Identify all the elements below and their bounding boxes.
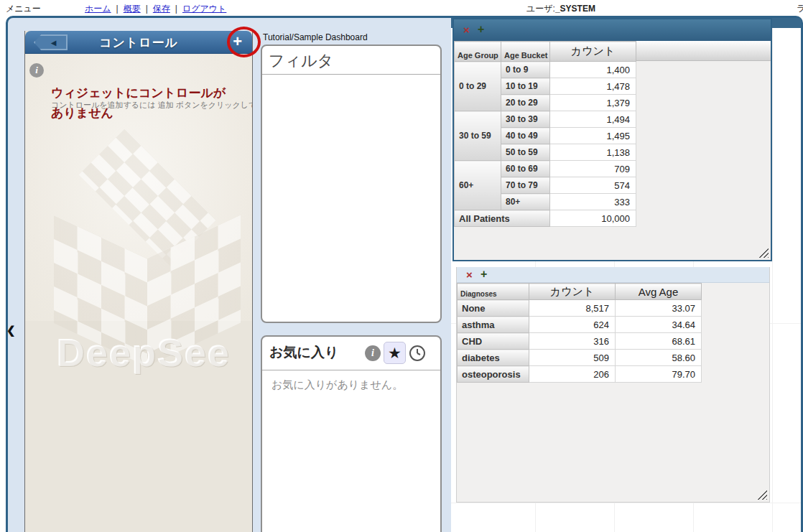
column-header[interactable]: Avg Age — [616, 284, 702, 300]
row-group-header[interactable]: 0 to 29 — [455, 62, 501, 111]
column-header[interactable]: Age Group — [455, 42, 501, 62]
column-header[interactable]: カウント — [550, 42, 636, 62]
table-cell[interactable]: 333 — [550, 194, 636, 210]
row-header[interactable]: asthma — [458, 317, 529, 333]
column-header[interactable]: Diagnoses — [458, 284, 529, 300]
annotation-red-circle — [227, 27, 261, 57]
no-controls-line1: ウィジェットにコントロールが — [51, 86, 253, 100]
table-cell[interactable]: 68.61 — [616, 333, 702, 350]
resize-handle[interactable] — [756, 489, 767, 500]
nav-save-link[interactable]: 保存 — [153, 4, 170, 14]
row-header[interactable]: diabetes — [458, 350, 529, 366]
clock-icon[interactable] — [409, 345, 426, 362]
favorites-panel-title: お気に入り — [269, 343, 338, 362]
row-header[interactable]: 40 to 49 — [501, 128, 550, 144]
table-cell[interactable]: 58.60 — [616, 350, 702, 366]
collapse-chevron-icon[interactable]: ❮ — [6, 324, 16, 337]
table-header-filler — [636, 41, 771, 61]
widget-diagnoses-titlebar[interactable]: × + — [457, 267, 769, 283]
top-nav: ホーム|概要|保存|ログアウト — [85, 3, 226, 15]
filter-panel-title: フィルタ — [269, 50, 333, 72]
diagnoses-pivot-table: Diagnoses カウント Avg Age None 8,517 33.07 … — [457, 283, 702, 383]
row-header[interactable]: 60 to 69 — [501, 161, 550, 177]
table-cell[interactable]: 8,517 — [529, 300, 616, 317]
table-cell[interactable]: 1,495 — [550, 128, 636, 144]
top-menu-bar: メニュー ホーム|概要|保存|ログアウト ユーザ:_SYSTEM ラ — [0, 0, 803, 16]
favorites-empty-text: お気に入りがありません。 — [271, 378, 403, 392]
nav-logout-link[interactable]: ログアウト — [182, 4, 226, 14]
deepsee-watermark: DeepSee — [57, 330, 231, 375]
table-cell[interactable]: 574 — [550, 177, 636, 194]
row-header[interactable]: 30 to 39 — [501, 111, 550, 128]
row-header[interactable]: 20 to 29 — [501, 95, 550, 111]
close-icon[interactable]: × — [466, 269, 473, 279]
clipped-right-text: ラ — [797, 3, 803, 15]
favorites-panel: お気に入り i ★ お気に入りがありません。 — [261, 335, 442, 532]
table-cell[interactable]: 1,138 — [550, 144, 636, 161]
close-icon[interactable]: × — [463, 24, 470, 35]
row-header[interactable]: 50 to 59 — [501, 144, 550, 161]
row-header[interactable]: 70 to 79 — [501, 177, 550, 194]
total-row-header[interactable]: All Patients — [455, 210, 550, 227]
filter-panel: フィルタ — [261, 45, 442, 323]
age-pivot-table: Age Group Age Bucket カウント 0 to 29 0 to 9… — [454, 41, 636, 227]
controls-panel: ◀ コントロール + i ウィジェットにコントロールが コントロールを追加するに… — [24, 31, 253, 532]
table-cell[interactable]: 1,379 — [550, 95, 636, 111]
star-icon[interactable]: ★ — [384, 342, 406, 364]
widget-diagnoses-table: × + Diagnoses カウント Avg Age None 8,517 33… — [456, 267, 770, 503]
row-header[interactable]: CHD — [458, 333, 529, 350]
user-indicator: ユーザ:_SYSTEM — [526, 3, 595, 15]
canvas-gridline — [451, 503, 801, 503]
cube-watermark — [47, 133, 248, 348]
table-cell[interactable]: 33.07 — [616, 300, 702, 317]
table-cell[interactable]: 34.64 — [616, 317, 702, 333]
table-cell[interactable]: 1,478 — [550, 78, 636, 95]
divider — [262, 370, 440, 370]
separator: | — [116, 4, 119, 14]
column-header[interactable]: Age Bucket — [501, 42, 550, 62]
add-icon[interactable]: + — [481, 269, 487, 280]
no-controls-message: ウィジェットにコントロールが コントロールを追加するには 追加 ボタンをクリック… — [51, 86, 253, 120]
menu-label[interactable]: メニュー — [6, 3, 41, 15]
nav-about-link[interactable]: 概要 — [124, 4, 141, 14]
add-icon[interactable]: + — [478, 24, 484, 35]
row-header[interactable]: 0 to 9 — [501, 62, 550, 78]
dashboard-title: Tutorial/Sample Dashboard — [263, 32, 368, 42]
row-group-header[interactable]: 30 to 59 — [455, 111, 501, 161]
separator: | — [175, 4, 177, 14]
column-header[interactable]: カウント — [529, 284, 616, 300]
table-cell[interactable]: 79.70 — [616, 366, 702, 383]
table-cell[interactable]: 624 — [529, 317, 616, 333]
widget-age-titlebar[interactable]: × + — [454, 19, 771, 41]
row-header[interactable]: 80+ — [501, 194, 550, 210]
widget-age-table: × + Age Group Age Bucket カウント 0 to 29 0 … — [452, 18, 772, 261]
canvas-gridline — [772, 18, 773, 532]
table-cell[interactable]: 509 — [529, 350, 616, 366]
table-cell[interactable]: 1,400 — [550, 62, 636, 78]
resize-handle[interactable] — [758, 247, 769, 258]
row-group-header[interactable]: 60+ — [455, 161, 501, 210]
table-cell[interactable]: 1,494 — [550, 111, 636, 128]
table-cell[interactable]: 709 — [550, 161, 636, 177]
user-name: _SYSTEM — [555, 4, 595, 14]
controls-title: コントロール — [25, 34, 252, 51]
table-cell[interactable]: 316 — [529, 333, 616, 350]
row-header[interactable]: osteoporosis — [458, 366, 529, 383]
info-icon[interactable]: i — [365, 345, 381, 361]
row-header[interactable]: None — [458, 300, 529, 317]
row-header[interactable]: 10 to 19 — [501, 78, 550, 95]
table-cell[interactable]: 206 — [529, 366, 616, 383]
info-icon: i — [29, 63, 44, 78]
separator: | — [146, 4, 148, 14]
controls-body-image: i ウィジェットにコントロールが コントロールを追加するには 追加 ボタンをクリ… — [25, 54, 252, 321]
table-cell[interactable]: 10,000 — [550, 210, 636, 227]
controls-header: ◀ コントロール + — [25, 31, 252, 54]
nav-home-link[interactable]: ホーム — [85, 4, 111, 14]
divider — [262, 74, 440, 75]
